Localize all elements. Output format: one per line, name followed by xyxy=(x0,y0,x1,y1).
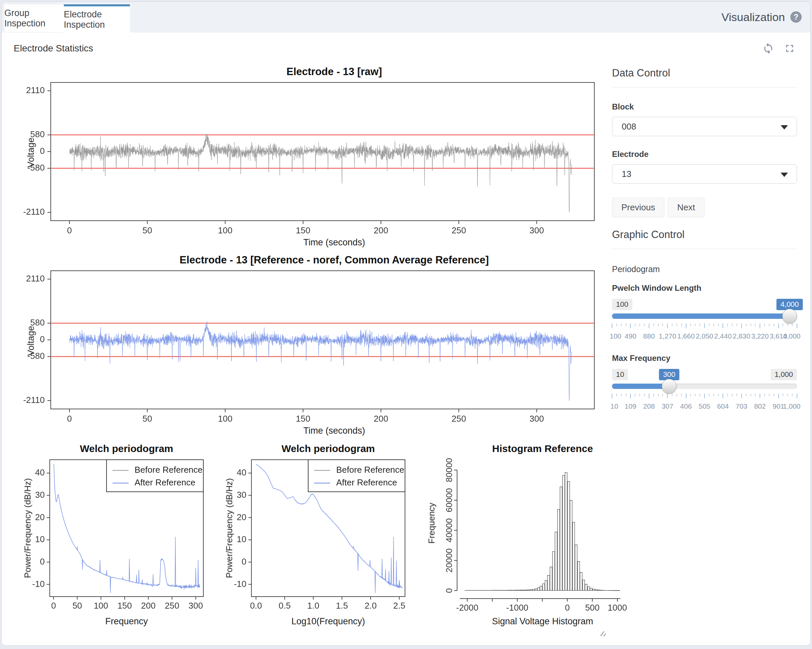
welch-log-xlabel: Log10(Frequency) xyxy=(235,616,422,627)
fullscreen-icon[interactable] xyxy=(784,43,796,54)
welch-linear-plot xyxy=(19,457,209,615)
data-control-heading: Data Control xyxy=(612,67,797,79)
chevron-down-icon xyxy=(781,173,788,177)
control-sidebar: Data Control Block 008 Electrode 13 Prev… xyxy=(612,57,805,637)
pwelch-track[interactable] xyxy=(612,313,797,319)
plots-panel: Electrode - 13 [raw] Voltage Time (secon… xyxy=(14,57,612,637)
welch-log-plot-container: Welch periodogram Power/Frequency (dB/Hz… xyxy=(221,443,421,627)
maxfreq-max-badge: 1,000 xyxy=(771,369,797,380)
max-frequency-slider[interactable]: 101,000300101092083074065056047038029011… xyxy=(612,369,797,414)
raw-signal-plot xyxy=(14,81,608,237)
tab-electrode-inspection-label: Electrode Inspection xyxy=(64,9,130,30)
block-select-value: 008 xyxy=(622,122,636,132)
raw-plot-xlabel: Time (seconds) xyxy=(37,237,631,249)
block-label: Block xyxy=(612,102,797,111)
welch-linear-plot-container: Welch periodogram Power/Frequency (dB/Hz… xyxy=(19,443,219,627)
divider xyxy=(612,87,797,87)
previous-button[interactable]: Previous xyxy=(612,198,664,217)
welch-linear-xlabel: Frequency xyxy=(33,616,220,627)
ref-plot-ylabel: Voltage xyxy=(26,326,37,356)
block-select[interactable]: 008 xyxy=(612,117,797,136)
pwelch-slider-label: Pwelch Window Length xyxy=(612,283,797,293)
next-button[interactable]: Next xyxy=(668,198,704,217)
pwelch-min-badge: 100 xyxy=(612,299,632,310)
periodogram-group-label: Periodogram xyxy=(612,264,797,274)
pwelch-grid: 1004908801,2701,6602,0502,4402,8303,2203… xyxy=(612,324,797,344)
welch-log-plot xyxy=(221,457,411,615)
histogram-title: Histogram Reference xyxy=(443,443,643,457)
histogram-plot xyxy=(422,457,629,615)
pwelch-fill xyxy=(612,313,790,319)
raw-plot-ylabel: Voltage xyxy=(26,137,37,168)
maxfreq-min-badge: 10 xyxy=(612,369,628,380)
ref-plot-title: Electrode - 13 [Reference - noref, Commo… xyxy=(37,254,631,269)
raw-plot-title: Electrode - 13 [raw] xyxy=(37,66,631,81)
chevron-down-icon xyxy=(781,125,788,130)
maxfreq-handle[interactable] xyxy=(662,379,676,394)
welch-log-ylabel: Power/Frequency (dB/Hz) xyxy=(224,478,235,578)
help-icon[interactable]: ? xyxy=(790,11,802,23)
pwelch-value-badge: 4,000 xyxy=(776,299,803,310)
graphic-control-heading: Graphic Control xyxy=(612,229,797,241)
tab-electrode-inspection[interactable]: Electrode Inspection xyxy=(64,5,130,33)
main-content: Electrode Statistics Electrode - 13 [raw… xyxy=(2,40,810,637)
max-frequency-slider-label: Max Frequency xyxy=(612,354,797,363)
app-window: Group Inspection Electrode Inspection Vi… xyxy=(2,2,810,646)
electrode-select-value: 13 xyxy=(622,169,631,179)
tab-group-inspection[interactable]: Group Inspection xyxy=(5,5,64,32)
ref-plot-xlabel: Time (seconds) xyxy=(37,426,631,438)
resize-handle-icon[interactable] xyxy=(599,629,608,637)
tab-group-inspection-label: Group Inspection xyxy=(5,8,64,29)
section-title: Electrode Statistics xyxy=(14,43,93,54)
maxfreq-track[interactable] xyxy=(612,383,797,389)
referenced-signal-plot xyxy=(14,269,608,426)
divider xyxy=(612,249,797,249)
electrode-select[interactable]: 13 xyxy=(612,164,797,183)
maxfreq-value-badge: 300 xyxy=(659,369,679,380)
header: Group Inspection Electrode Inspection Vi… xyxy=(2,2,810,32)
electrode-label: Electrode xyxy=(612,150,797,159)
pwelch-handle[interactable] xyxy=(782,309,797,324)
maxfreq-grid: 101092083074065056047038029011,000 xyxy=(612,394,797,414)
page-title: Visualization xyxy=(722,11,785,24)
histogram-plot-container: Histogram Reference Frequency Signal Vol… xyxy=(422,443,629,627)
pwelch-window-length-slider[interactable]: 1004,0001004908801,2701,6602,0502,4402,8… xyxy=(612,299,797,344)
welch-linear-ylabel: Power/Frequency (dB/Hz) xyxy=(23,478,33,578)
maxfreq-fill xyxy=(612,383,669,389)
refresh-icon[interactable] xyxy=(762,43,774,54)
histogram-ylabel: Frequency xyxy=(427,503,437,544)
welch-log-title: Welch periodogram xyxy=(235,443,422,457)
histogram-xlabel: Signal Voltage Histogram xyxy=(443,616,643,627)
welch-linear-title: Welch periodogram xyxy=(33,443,220,457)
